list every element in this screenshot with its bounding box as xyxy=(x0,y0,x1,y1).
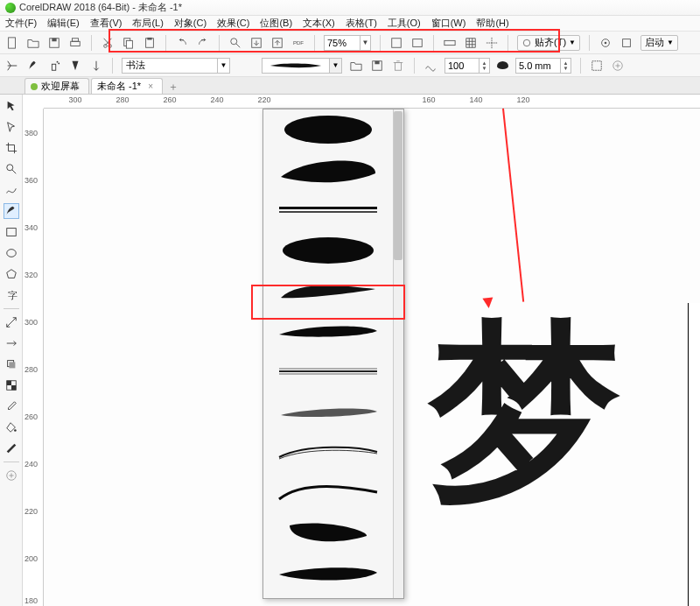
spin-arrows[interactable]: ▲▼ xyxy=(479,59,489,73)
eyedropper-tool-icon[interactable] xyxy=(4,398,19,414)
smoothing-spin[interactable]: ▲▼ xyxy=(444,58,490,74)
menu-edit[interactable]: 编辑(E) xyxy=(47,17,80,30)
menu-file[interactable]: 文件(F) xyxy=(5,17,37,30)
new-tab-button[interactable]: ＋ xyxy=(166,80,180,94)
tab-welcome[interactable]: 欢迎屏幕 xyxy=(24,78,89,94)
preset-category-input[interactable] xyxy=(122,60,217,71)
menu-table[interactable]: 表格(T) xyxy=(346,17,377,30)
brush-item[interactable] xyxy=(263,109,393,150)
polygon-tool-icon[interactable] xyxy=(4,266,19,282)
options-icon[interactable] xyxy=(598,36,612,50)
ruler-horizontal[interactable]: 300 280 260 240 220 160 140 120 xyxy=(44,95,700,109)
scroll-thumb[interactable] xyxy=(394,111,402,260)
brush-item[interactable] xyxy=(263,150,393,190)
cut-icon[interactable] xyxy=(101,36,115,50)
preview-icon[interactable] xyxy=(410,36,424,50)
launch-button[interactable]: 启动 ▼ xyxy=(640,35,678,51)
bounding-box-icon[interactable] xyxy=(590,59,604,73)
canvas[interactable]: 300 280 260 240 220 160 140 120 380 360 … xyxy=(23,95,700,606)
chevron-down-icon[interactable]: ▼ xyxy=(360,36,370,50)
brush-item[interactable] xyxy=(263,472,393,512)
stroke-width-input[interactable] xyxy=(516,60,560,71)
pick-tool-icon[interactable] xyxy=(4,98,19,114)
brush-item[interactable] xyxy=(263,190,393,230)
preset-category-combo[interactable]: ▼ xyxy=(122,58,230,74)
guidelines-icon[interactable] xyxy=(485,36,499,50)
brush-stroke-combo[interactable]: ▼ xyxy=(262,58,342,74)
brush-stroke-dropdown[interactable] xyxy=(262,109,404,599)
rectangle-tool-icon[interactable] xyxy=(4,224,19,240)
brush-item[interactable] xyxy=(263,230,393,271)
open-icon[interactable] xyxy=(26,36,40,50)
redo-icon[interactable] xyxy=(196,36,210,50)
search-icon[interactable] xyxy=(228,36,242,50)
sprayer-tool-icon[interactable] xyxy=(47,59,61,73)
dimension-tool-icon[interactable] xyxy=(4,314,19,330)
crop-tool-icon[interactable] xyxy=(4,140,19,156)
zoom-combo[interactable]: ▼ xyxy=(324,35,371,51)
close-icon[interactable]: × xyxy=(148,81,153,91)
ruler-vertical[interactable]: 380 360 340 320 300 280 260 240 220 200 … xyxy=(23,109,44,606)
save-icon[interactable] xyxy=(47,36,61,50)
export-icon[interactable] xyxy=(270,36,284,50)
brush-item[interactable] xyxy=(263,351,393,391)
canvas-artwork-glyph[interactable]: 梦 xyxy=(429,317,621,510)
dropshadow-tool-icon[interactable] xyxy=(4,356,19,372)
connector-tool-icon[interactable] xyxy=(4,335,19,351)
fill-tool-icon[interactable] xyxy=(4,419,19,435)
ruler-icon[interactable] xyxy=(443,36,457,50)
fullscreen-icon[interactable] xyxy=(389,36,403,50)
undo-icon[interactable] xyxy=(175,36,189,50)
text-tool-icon[interactable]: 字 xyxy=(4,287,19,303)
brush-item[interactable] xyxy=(263,391,393,432)
menu-help[interactable]: 帮助(H) xyxy=(476,17,508,30)
spin-arrows[interactable]: ▲▼ xyxy=(560,59,570,73)
outline-tool-icon[interactable] xyxy=(4,440,19,456)
stroke-width-spin[interactable]: ▲▼ xyxy=(515,58,571,74)
ellipse-tool-icon[interactable] xyxy=(4,245,19,261)
chevron-down-icon[interactable]: ▼ xyxy=(569,39,576,46)
freehand-tool-icon[interactable] xyxy=(4,182,19,198)
delete-icon[interactable] xyxy=(391,59,405,73)
menu-object[interactable]: 对象(C) xyxy=(174,17,206,30)
brush-tool-icon[interactable] xyxy=(26,59,40,73)
zoom-input[interactable] xyxy=(325,38,360,48)
calligraphic-tool-icon[interactable] xyxy=(68,59,82,73)
menu-window[interactable]: 窗口(W) xyxy=(431,17,466,30)
pdf-icon[interactable]: PDF xyxy=(291,36,305,50)
preset-tool-icon[interactable] xyxy=(5,59,19,73)
grid-icon[interactable] xyxy=(464,36,478,50)
save-brush-icon[interactable] xyxy=(370,59,384,73)
snap-button[interactable]: 贴齐(T) ▼ xyxy=(517,35,580,51)
zoom-tool-icon[interactable] xyxy=(4,161,19,177)
menu-text[interactable]: 文本(X) xyxy=(303,17,335,30)
expand-toolbox-icon[interactable] xyxy=(4,468,19,483)
menu-effect[interactable]: 效果(C) xyxy=(217,17,249,30)
brush-item[interactable] xyxy=(263,271,393,311)
tab-document[interactable]: 未命名 -1* × xyxy=(91,78,163,94)
paste-icon[interactable] xyxy=(143,36,157,50)
brush-item[interactable] xyxy=(263,553,393,593)
menu-bitmap[interactable]: 位图(B) xyxy=(260,17,292,30)
brush-item[interactable] xyxy=(263,432,393,472)
settings-icon[interactable] xyxy=(620,36,634,50)
new-doc-icon[interactable] xyxy=(5,36,19,50)
print-icon[interactable] xyxy=(68,36,82,50)
menu-tools[interactable]: 工具(O) xyxy=(388,17,421,30)
brush-item[interactable] xyxy=(263,512,393,553)
import-icon[interactable] xyxy=(249,36,263,50)
menu-view[interactable]: 查看(V) xyxy=(90,17,122,30)
chevron-down-icon[interactable]: ▼ xyxy=(667,39,674,46)
brush-item[interactable] xyxy=(263,311,393,351)
transparency-tool-icon[interactable] xyxy=(4,377,19,393)
drawing-area[interactable]: 梦 xyxy=(44,109,700,606)
smoothing-input[interactable] xyxy=(445,60,479,71)
browse-icon[interactable] xyxy=(349,59,363,73)
artistic-media-tool-icon[interactable] xyxy=(4,203,19,219)
shape-tool-icon[interactable] xyxy=(4,119,19,135)
menu-layout[interactable]: 布局(L) xyxy=(132,17,163,30)
copy-icon[interactable] xyxy=(122,36,136,50)
pressure-tool-icon[interactable] xyxy=(89,59,103,73)
add-icon[interactable] xyxy=(611,59,625,73)
chevron-down-icon[interactable]: ▼ xyxy=(217,59,229,73)
